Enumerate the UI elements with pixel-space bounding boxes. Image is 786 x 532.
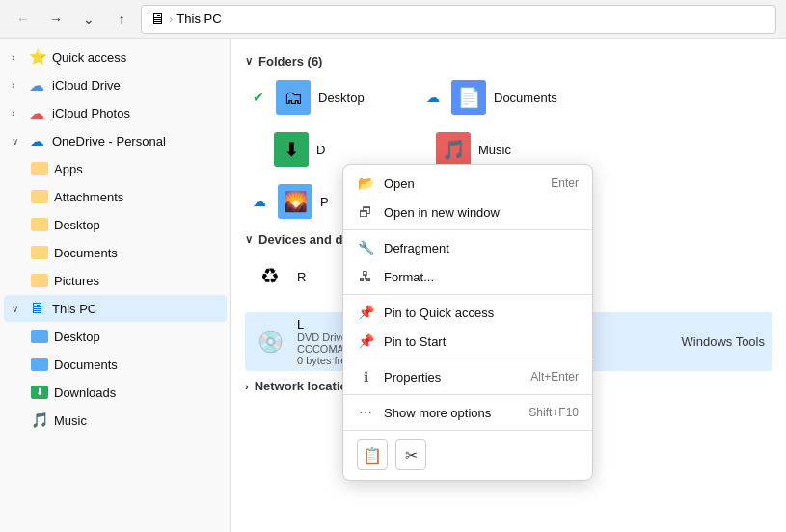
sidebar-item-pictures-od[interactable]: Pictures [4,267,227,294]
folder-blue-icon [31,358,48,371]
breadcrumb[interactable]: 🖥 › This PC [141,5,776,34]
sidebar-item-apps[interactable]: Apps [4,155,227,182]
ctx-divider-3 [343,359,592,359]
cloud-icon: ☁ [253,194,266,209]
pc-icon: 🖥 [29,300,46,317]
chevron-icon: › [12,80,23,91]
chevron-expand-icon: ∨ [12,136,23,146]
sidebar-item-label: iCloud Drive [52,78,121,93]
folder-blue-icon [31,330,48,343]
sidebar-item-label: OneDrive - Personal [52,134,166,148]
folder-label: Desktop [318,91,365,105]
ctx-cut-button[interactable]: ✂ [395,439,426,470]
folder-icon [31,218,48,231]
sidebar-item-label: Documents [54,246,118,260]
ctx-label: Pin to Quick access [384,306,494,320]
forward-button[interactable]: → [42,6,69,33]
sidebar-item-label: This PC [52,302,96,316]
ctx-defragment[interactable]: 🔧 Defragment [343,233,592,262]
chevron-icon: › [12,108,23,119]
sidebar-item-label: Desktop [54,330,100,344]
ctx-label: Format... [384,270,434,284]
folder-icon [31,162,48,175]
ctx-open[interactable]: 📂 Open Enter [343,169,592,198]
up-button[interactable]: ↑ [108,6,135,33]
sidebar-item-onedrive[interactable]: ∨ ☁ OneDrive - Personal [4,127,227,154]
windows-tools-label: Windows Tools [682,334,765,349]
ctx-label: Pin to Start [384,334,446,349]
check-icon: ✔ [253,90,264,105]
sidebar-item-quick-access[interactable]: › ⭐ Quick access [4,43,227,70]
sidebar-item-label: Desktop [54,218,100,232]
sidebar-item-desktop[interactable]: Desktop [4,323,227,350]
ctx-divider-5 [343,430,592,431]
folders-grid: ✔ 🗂 Desktop ☁ 📄 Documents [245,76,772,119]
folder-label: Documents [494,91,557,105]
music-icon: 🎵 [31,412,48,429]
sidebar-item-desktop-od[interactable]: Desktop [4,211,227,238]
chevron-icon: › [12,52,23,63]
ctx-bottom-bar: 📋 ✂ [343,434,592,476]
ctx-divider-2 [343,294,592,295]
star-icon: ⭐ [29,48,46,66]
title-bar: ← → ⌄ ↑ 🖥 › This PC [0,0,786,39]
breadcrumb-icon: 🖥 [149,11,165,28]
dvd-icon: 💿 [253,325,287,359]
properties-icon: ℹ [357,368,374,386]
ctx-shortcut: Shift+F10 [529,406,579,419]
pin-start-icon: 📌 [357,332,374,350]
back-button[interactable]: ← [10,6,37,33]
sidebar-item-documents-od[interactable]: Documents [4,239,227,266]
sidebar-item-icloud-drive[interactable]: › ☁ iCloud Drive [4,71,227,98]
breadcrumb-separator: › [169,12,173,26]
sidebar-item-icloud-photos[interactable]: › ☁ iCloud Photos [4,99,227,126]
ctx-shortcut: Alt+Enter [530,370,579,384]
ctx-format[interactable]: 🖧 Format... [343,262,592,291]
recent-button[interactable]: ⌄ [75,6,102,33]
ctx-pin-quick-access[interactable]: 📌 Pin to Quick access [343,298,592,327]
format-icon: 🖧 [357,268,374,285]
context-menu: 📂 Open Enter 🗗 Open in new window 🔧 Defr… [342,164,593,481]
folder-label: Music [478,143,511,157]
recycle-icon: ♻ [253,259,287,294]
content-pane: ∨ Folders (6) ✔ 🗂 Desktop ☁ 📄 Documents [231,39,786,532]
sidebar-item-label: Music [54,413,87,428]
ctx-open-new-window[interactable]: 🗗 Open in new window [343,198,592,226]
folder-icon [31,246,48,259]
open-icon: 📂 [357,174,374,192]
folder-icon-documents: 📄 [451,80,486,115]
section-chevron-icon: ∨ [245,233,253,246]
folders-section-header[interactable]: ∨ Folders (6) [245,54,772,68]
ctx-divider [343,229,592,230]
sidebar-item-label: Documents [54,358,118,372]
folder-icon-desktop: 🗂 [276,80,311,115]
ctx-copy-button[interactable]: 📋 [357,439,388,470]
sidebar-item-music[interactable]: 🎵 Music [4,407,227,434]
devices-section-label: Devices and d [258,232,342,247]
sidebar-item-label: Pictures [54,274,99,288]
ctx-shortcut: Enter [551,176,579,190]
folder-item-desktop[interactable]: ✔ 🗂 Desktop [245,76,399,119]
ctx-label: Open in new window [384,205,500,220]
chevron-expand-icon: ∨ [12,304,23,314]
sidebar-item-label: Attachments [54,190,123,204]
ctx-label: Properties [384,370,441,385]
sidebar-item-downloads[interactable]: ⬇ Downloads [4,379,227,406]
ctx-pin-start[interactable]: 📌 Pin to Start [343,327,592,356]
sidebar-item-this-pc[interactable]: ∨ 🖥 This PC [4,295,227,322]
downloads-icon: ⬇ [31,386,48,399]
defrag-icon: 🔧 [357,239,374,256]
folder-item-documents[interactable]: ☁ 📄 Documents [419,76,573,119]
folder-icon-pictures: 🌄 [278,184,312,219]
pin-quick-icon: 📌 [357,304,374,321]
icloud-photos-icon: ☁ [29,104,46,121]
sidebar: › ⭐ Quick access › ☁ iCloud Drive › ☁ iC… [0,39,231,532]
sidebar-item-attachments[interactable]: Attachments [4,183,227,210]
ctx-show-more[interactable]: ⋯ Show more options Shift+F10 [343,398,592,427]
ctx-label: Defragment [384,241,449,255]
main-area: › ⭐ Quick access › ☁ iCloud Drive › ☁ iC… [0,39,786,532]
icloud-drive-icon: ☁ [29,76,46,93]
device-item-recycle[interactable]: ♻ R [245,254,313,299]
sidebar-item-documents[interactable]: Documents [4,351,227,378]
ctx-properties[interactable]: ℹ Properties Alt+Enter [343,362,592,391]
